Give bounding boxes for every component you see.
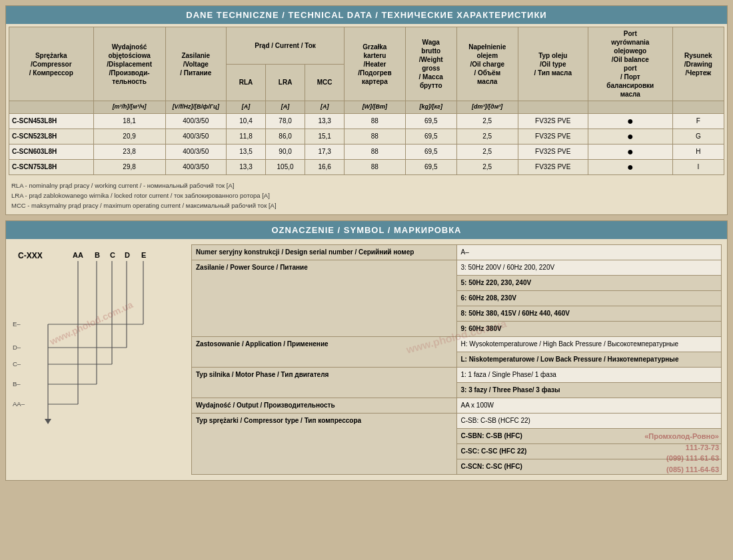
col-header-lra: LRA: [266, 64, 305, 101]
table-cell: ●: [588, 113, 673, 129]
table-cell: ●: [588, 129, 673, 144]
table-cell: 20,9: [93, 129, 165, 144]
table-row: C-SCN523L8H20,9400/3/5011,886,015,18869,…: [9, 129, 724, 144]
table-cell: FV32S PVE: [518, 144, 588, 159]
table-cell: C-SCN453L8H: [9, 113, 94, 129]
unit-weight: [kg]/[кг]: [405, 101, 456, 114]
symbol-value: L: Niskotemperaturowe / Low Back Pressur…: [456, 352, 722, 368]
diagram-row-c: C–: [13, 360, 21, 368]
symbol-row: Typ sprężarki / Compressor type / Тип ко…: [192, 414, 722, 429]
table-cell: H: [672, 144, 724, 159]
unit-heater: [W]/[Вт]: [345, 101, 405, 114]
unit-voltage: [V/f/Hz]/[В/ф/Гц]: [165, 101, 226, 114]
diagram-row-e: E–: [13, 320, 21, 328]
symbol-value: 5: 50Hz 220, 230, 240V: [456, 276, 722, 291]
table-cell: C-SCN603L8H: [9, 144, 94, 159]
col-header-compressor: Sprężarka/Compressor/ Компрессор: [9, 27, 94, 101]
symbol-table: Numer seryjny konstrukcji / Design seria…: [191, 244, 722, 475]
unit-compressor: [9, 101, 94, 114]
symbol-value: AA x 100W: [456, 398, 722, 414]
unit-lra: [A]: [266, 101, 305, 114]
symbol-value: 6: 60Hz 208, 230V: [456, 291, 722, 306]
table-cell: 400/3/50: [165, 113, 226, 129]
table-cell: 88: [345, 129, 405, 144]
table-cell: F: [672, 113, 724, 129]
table-cell: 2,5: [456, 159, 518, 174]
table-cell: 400/3/50: [165, 144, 226, 159]
table-cell: FV32S PVE: [518, 129, 588, 144]
table-row: C-SCN453L8H18,1400/3/5010,478,013,38869,…: [9, 113, 724, 129]
symbol-value: C-SCN: C-SC (HFC): [456, 459, 722, 475]
table-cell: 86,0: [266, 129, 305, 144]
symbol-value: C-SB: C-SB (HCFC 22): [456, 414, 722, 429]
col-header-displacement: Wydajnośćobjętościowa/Displacement/Произ…: [93, 27, 165, 101]
table-cell: FV32S PVE: [518, 159, 588, 174]
symbol-value: 1: 1 faza / Single Phase/ 1 фаза: [456, 368, 722, 383]
symbol-header: OZNACZENIE / SYMBOL / МАРКИРОВКА: [6, 221, 727, 239]
table-notes: RLA - nominalny prąd pracy / working cur…: [6, 178, 727, 215]
table-cell: G: [672, 129, 724, 144]
table-cell: C-SCN523L8H: [9, 129, 94, 144]
table-cell: ●: [588, 144, 673, 159]
table-cell: 88: [345, 144, 405, 159]
table-cell: ●: [588, 159, 673, 174]
table-cell: 11,8: [226, 129, 265, 144]
table-cell: 2,5: [456, 129, 518, 144]
diagram-row-b: B–: [13, 380, 21, 388]
symbol-key: Zasilanie / Power Source / Питание: [192, 260, 457, 337]
symbol-value: 8: 50Hz 380, 415V / 60Hz 440, 460V: [456, 306, 722, 322]
table-cell: 69,5: [405, 159, 456, 174]
symbol-section: OZNACZENIE / SYMBOL / МАРКИРОВКА www.pho…: [5, 220, 728, 481]
symbol-value: C-SC: C-SC (HFC 22): [456, 444, 722, 459]
col-header-drawing: Rysunek/Drawing/Чертеж: [672, 27, 724, 101]
col-header-mcc: MCC: [305, 64, 345, 101]
symbol-key: Wydajność / Output / Производительность: [192, 398, 457, 414]
table-cell: 29,8: [93, 159, 165, 174]
table-cell: 13,3: [226, 159, 265, 174]
unit-rla: [A]: [226, 101, 265, 114]
note-line: RLA - nominalny prąd pracy / working cur…: [11, 180, 722, 190]
unit-oil-type: [518, 101, 588, 114]
diagram-row-aa: AA–: [13, 400, 25, 408]
table-cell: 69,5: [405, 113, 456, 129]
table-cell: 2,5: [456, 144, 518, 159]
technical-table: Sprężarka/Compressor/ Компрессор Wydajno…: [9, 27, 724, 175]
diagram-svg: [11, 251, 171, 431]
col-header-oil-charge: Napełnienieolejem/Oil charge/ Объёммасла: [456, 27, 518, 101]
technical-data-section: DANE TECHNICZNE / TECHNICAL DATA / ТЕХНИ…: [5, 5, 728, 215]
symbol-row: Typ silnika / Motor Phase / Тип двигател…: [192, 368, 722, 383]
col-header-oil-balance: Portwyrównaniaolejowego/Oil balanceport/…: [588, 27, 673, 101]
table-cell: 17,3: [305, 144, 345, 159]
col-header-oil-type: Typ oleju/Oil type/ Тип масла: [518, 27, 588, 101]
table-row: C-SCN753L8H29,8400/3/5013,3105,016,68869…: [9, 159, 724, 174]
col-header-current: Prąd / Current / Ток: [226, 27, 344, 65]
diagram-row-d: D–: [13, 344, 21, 351]
unit-oil-balance: [588, 101, 673, 114]
symbol-value: A–: [456, 245, 722, 260]
table-cell: 15,1: [305, 129, 345, 144]
symbol-value: 3: 3 fazy / Three Phase/ 3 фазы: [456, 383, 722, 398]
symbol-row: Numer seryjny konstrukcji / Design seria…: [192, 245, 722, 260]
unit-drawing: [672, 101, 724, 114]
symbol-key: Zastosowanie / Application / Применение: [192, 337, 457, 368]
table-cell: 88: [345, 159, 405, 174]
svg-marker-12: [45, 419, 51, 424]
table-cell: 400/3/50: [165, 159, 226, 174]
table-cell: 69,5: [405, 129, 456, 144]
col-header-weight: Wagabrutto/Weightgross/ Массабрутто: [405, 27, 456, 101]
unit-mcc: [A]: [305, 101, 345, 114]
symbol-body: www.pholod.com.ua C-XXX AA B C D E: [6, 239, 727, 480]
symbol-value: 9: 60Hz 380V: [456, 322, 722, 337]
unit-oil-charge: [dm³]/[дм³]: [456, 101, 518, 114]
symbol-row: Zastosowanie / Application / ПрименениеH…: [192, 337, 722, 352]
table-cell: 2,5: [456, 113, 518, 129]
col-header-heater: Grzałkakarteru/Heater/Подогревкартера: [345, 27, 405, 101]
table-cell: I: [672, 159, 724, 174]
table-cell: 105,0: [266, 159, 305, 174]
table-cell: 13,3: [305, 113, 345, 129]
col-header-rla: RLA: [226, 64, 265, 101]
symbol-key: Numer seryjny konstrukcji / Design seria…: [192, 245, 457, 260]
table-cell: C-SCN753L8H: [9, 159, 94, 174]
symbol-key: Typ silnika / Motor Phase / Тип двигател…: [192, 368, 457, 398]
note-line: MCC - maksymalny prąd pracy / maximum op…: [11, 200, 722, 210]
